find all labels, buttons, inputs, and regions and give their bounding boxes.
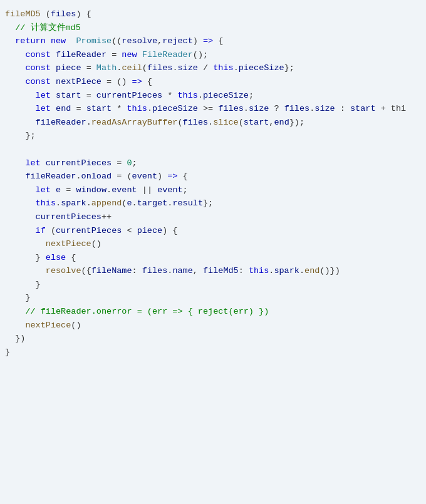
code-line: let currentPieces = 0;	[0, 157, 426, 170]
code-line: nextPiece()	[0, 237, 426, 251]
code-line: const piece = Math.ceil(files.size / thi…	[0, 61, 426, 75]
code-line: fileReader.readAsArrayBuffer(files.slice…	[0, 116, 426, 130]
code-line: // 计算文件md5	[0, 21, 426, 35]
code-container: fileMD5 (files) { // 计算文件md5 return new …	[0, 0, 426, 504]
code-line: resolve({fileName: files.name, fileMd5: …	[0, 264, 426, 278]
code-line: }	[0, 346, 426, 359]
code-line: return new Promise((resolve,reject) => {	[0, 34, 426, 48]
code-line	[0, 143, 426, 157]
code-line: } else {	[0, 251, 426, 265]
code-line: // fileReader.onerror = (err => { reject…	[0, 305, 426, 319]
code-line: };	[0, 129, 426, 143]
code-line: currentPieces++	[0, 210, 426, 224]
code-line: let end = start * this.pieceSize >= file…	[0, 102, 426, 116]
code-line: }	[0, 291, 426, 305]
code-line: nextPiece()	[0, 319, 426, 332]
code-line: fileReader.onload = (event) => {	[0, 170, 426, 183]
code-line: const fileReader = new FileReader();	[0, 48, 426, 62]
code-line: fileMD5 (files) {	[0, 8, 426, 21]
code-line: })	[0, 332, 426, 346]
code-line: }	[0, 278, 426, 292]
code-line: let start = currentPieces * this.pieceSi…	[0, 89, 426, 103]
code-line: let e = window.event || event;	[0, 183, 426, 197]
code-line: if (currentPieces < piece) {	[0, 224, 426, 238]
code-line: this.spark.append(e.target.result};	[0, 197, 426, 210]
code-line: const nextPiece = () => {	[0, 75, 426, 89]
